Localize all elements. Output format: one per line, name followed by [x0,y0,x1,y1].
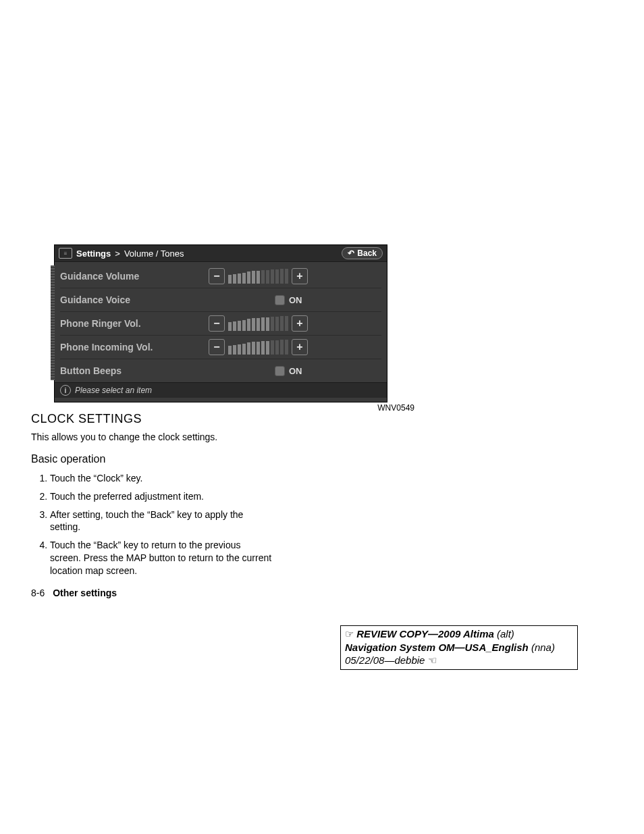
step-item: Touch the “Back” key to return to the pr… [50,539,274,577]
row-label: Guidance Voice [60,294,209,305]
toggle-indicator-icon [275,366,285,376]
breadcrumb-sep: > [115,249,120,259]
scroll-indicator [51,265,55,380]
status-text: Please select an item [75,386,152,395]
back-button[interactable]: ↶ Back [342,247,383,259]
heading-basic-operation: Basic operation [31,452,274,467]
step-item: Touch the “Clock” key. [50,472,274,485]
plus-button[interactable]: + [292,315,308,332]
stamp-model-code: (alt) [494,628,514,640]
menu-icon: ≡ [59,248,72,259]
section-name: Other settings [53,588,117,598]
nav-settings-figure: ≡ Settings > Volume / Tones ↶ Back Guida… [54,244,387,413]
back-arrow-icon: ↶ [348,249,354,258]
text-column: CLOCK SETTINGS This allows you to change… [31,411,274,600]
review-copy-stamp: ☞ REVIEW COPY—2009 Altima (alt) Navigati… [340,625,578,670]
steps-list: Touch the “Clock” key. Touch the preferr… [31,472,274,577]
step-item: Touch the preferred adjustment item. [50,490,274,503]
page-footer: 8-6 Other settings [31,587,274,600]
nav-titlebar: ≡ Settings > Volume / Tones ↶ Back [55,245,387,262]
volume-bars [228,340,288,355]
volume-bars [228,269,288,284]
row-phone-incoming[interactable]: Phone Incoming Vol. − + [60,336,381,359]
plus-button[interactable]: + [292,268,308,284]
row-label: Phone Incoming Vol. [60,342,209,353]
stamp-line2: Navigation System OM—USA_English (nna) [345,641,573,654]
nav-screen: ≡ Settings > Volume / Tones ↶ Back Guida… [54,244,387,402]
pointing-hand-left-icon: ☜ [428,654,437,666]
volume-slider: − + [209,268,308,284]
info-icon: i [60,385,71,396]
minus-button[interactable]: − [209,315,225,332]
heading-clock-settings: CLOCK SETTINGS [31,411,274,427]
toggle-label: ON [289,295,302,305]
stamp-date-author: 05/22/08—debbie [345,654,425,666]
row-label: Guidance Volume [60,271,209,282]
volume-slider: − + [209,339,308,355]
toggle-label: ON [289,366,302,376]
volume-slider: − + [209,315,308,332]
stamp-line1: ☞ REVIEW COPY—2009 Altima (alt) [345,627,573,641]
row-phone-ringer[interactable]: Phone Ringer Vol. − + [60,312,381,336]
toggle-indicator-icon [275,295,285,305]
stamp-line3: 05/22/08—debbie ☜ [345,654,573,667]
plus-button[interactable]: + [292,339,308,355]
pointing-hand-right-icon: ☞ [345,628,354,640]
stamp-doc-code: (nna) [529,642,555,653]
row-button-beeps[interactable]: Button Beeps ON [60,359,381,382]
stamp-review-copy: REVIEW COPY— [356,628,438,640]
minus-button[interactable]: − [209,268,225,284]
minus-button[interactable]: − [209,339,225,355]
toggle-on[interactable]: ON [269,294,308,307]
toggle-on[interactable]: ON [269,365,308,377]
back-label: Back [357,249,377,258]
nav-statusbar: i Please select an item [55,382,387,398]
page-number: 8-6 [31,588,45,598]
intro-paragraph: This allows you to change the clock sett… [31,431,274,444]
row-guidance-volume[interactable]: Guidance Volume − + [60,265,381,288]
stamp-document: Navigation System OM—USA_English [345,642,529,653]
breadcrumb-root: Settings [76,249,111,259]
volume-bars [228,316,288,331]
row-label: Phone Ringer Vol. [60,318,209,329]
row-label: Button Beeps [60,365,209,376]
row-guidance-voice[interactable]: Guidance Voice ON [60,288,381,312]
stamp-model: 2009 Altima [438,628,494,640]
step-item: After setting, touch the “Back” key to a… [50,509,274,534]
breadcrumb-leaf: Volume / Tones [124,249,184,259]
